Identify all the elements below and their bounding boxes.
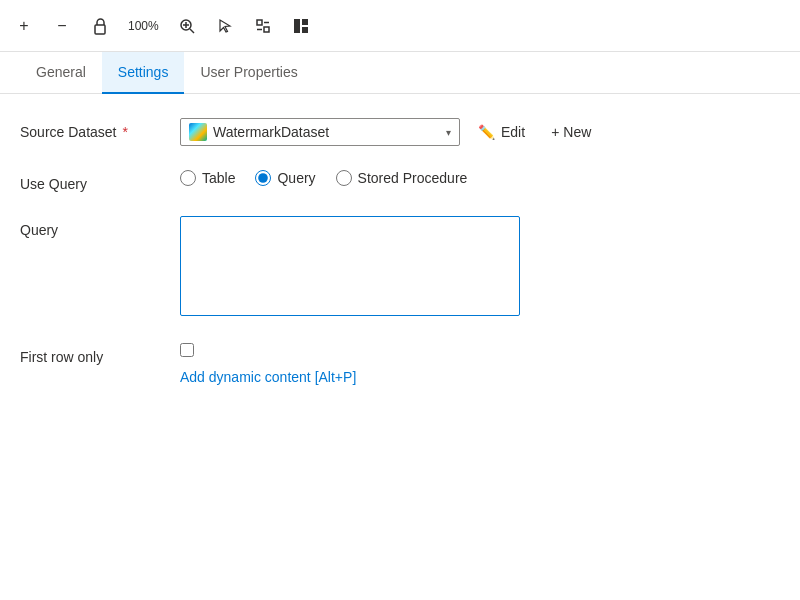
arrange-icon[interactable]	[251, 14, 275, 38]
radio-stored-procedure[interactable]	[336, 170, 352, 186]
radio-option-stored-procedure[interactable]: Stored Procedure	[336, 170, 468, 186]
chevron-down-icon: ▾	[446, 127, 451, 138]
dataset-dropdown[interactable]: WatermarkDataset ▾	[180, 118, 460, 146]
toolbar: + − 100%	[0, 0, 800, 52]
zoom-in-icon[interactable]	[175, 14, 199, 38]
new-label: New	[563, 124, 591, 140]
svg-rect-5	[257, 20, 262, 25]
first-row-only-checkbox[interactable]	[180, 343, 194, 357]
new-button[interactable]: + New	[543, 120, 599, 144]
dataset-icon	[189, 123, 207, 141]
radio-query-label: Query	[277, 170, 315, 186]
tab-user-properties[interactable]: User Properties	[184, 52, 313, 94]
radio-query[interactable]	[255, 170, 271, 186]
plus-icon: +	[551, 124, 559, 140]
svg-rect-10	[302, 19, 308, 25]
source-dataset-control: WatermarkDataset ▾ ✏️ Edit + New	[180, 118, 780, 146]
svg-rect-0	[95, 25, 105, 34]
cursor-icon[interactable]	[213, 14, 237, 38]
source-dataset-row: Source Dataset * WatermarkDataset ▾ ✏️ E…	[20, 118, 780, 146]
svg-rect-11	[302, 27, 308, 33]
use-query-label: Use Query	[20, 170, 180, 192]
dynamic-content-link[interactable]: Add dynamic content [Alt+P]	[180, 369, 356, 385]
source-dataset-label: Source Dataset *	[20, 118, 180, 140]
radio-table-label: Table	[202, 170, 235, 186]
svg-rect-6	[264, 27, 269, 32]
first-row-only-control: Add dynamic content [Alt+P]	[180, 343, 356, 385]
tab-general[interactable]: General	[20, 52, 102, 94]
minus-icon[interactable]: −	[50, 14, 74, 38]
layout-icon[interactable]	[289, 14, 313, 38]
add-icon[interactable]: +	[12, 14, 36, 38]
query-control	[180, 216, 520, 319]
query-type-radio-group: Table Query Stored Procedure	[180, 170, 467, 186]
pencil-icon: ✏️	[478, 124, 495, 140]
edit-label: Edit	[501, 124, 525, 140]
settings-panel: Source Dataset * WatermarkDataset ▾ ✏️ E…	[0, 94, 800, 433]
lock-icon[interactable]	[88, 14, 112, 38]
svg-line-2	[190, 29, 194, 33]
first-row-only-label: First row only	[20, 343, 180, 365]
query-row: Query	[20, 216, 780, 319]
query-textarea[interactable]	[180, 216, 520, 316]
svg-rect-9	[294, 19, 300, 33]
dataset-value: WatermarkDataset	[213, 124, 440, 140]
radio-option-query[interactable]: Query	[255, 170, 315, 186]
tab-bar: General Settings User Properties	[0, 52, 800, 94]
zoom100-icon[interactable]: 100%	[126, 14, 161, 38]
required-indicator: *	[119, 124, 128, 140]
use-query-row: Use Query Table Query Stored Procedure	[20, 170, 780, 192]
query-label: Query	[20, 216, 180, 238]
first-row-only-row: First row only Add dynamic content [Alt+…	[20, 343, 780, 385]
edit-button[interactable]: ✏️ Edit	[470, 120, 533, 144]
radio-option-table[interactable]: Table	[180, 170, 235, 186]
radio-stored-procedure-label: Stored Procedure	[358, 170, 468, 186]
tab-settings[interactable]: Settings	[102, 52, 185, 94]
radio-table[interactable]	[180, 170, 196, 186]
use-query-control: Table Query Stored Procedure	[180, 170, 780, 186]
